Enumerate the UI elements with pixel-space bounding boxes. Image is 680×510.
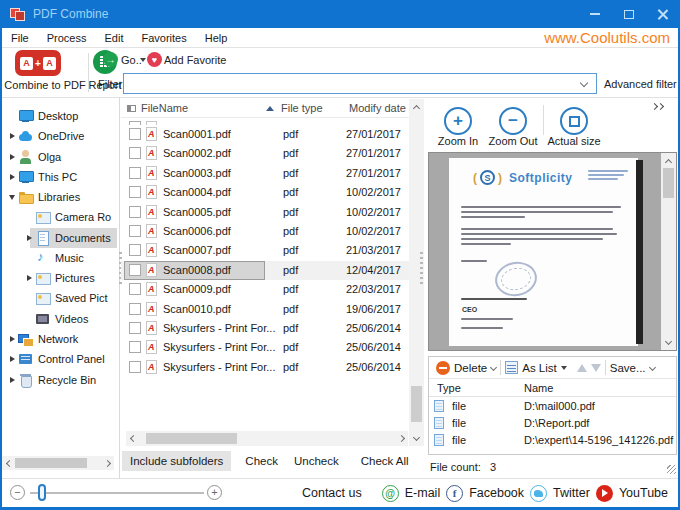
delete-button[interactable]: Delete <box>454 362 487 374</box>
column-filename[interactable]: FileName <box>141 102 188 114</box>
sidebar-item-music[interactable]: Music <box>2 248 119 268</box>
menu-file[interactable]: File <box>2 28 38 48</box>
row-checkbox[interactable] <box>129 264 141 276</box>
youtube-icon[interactable] <box>596 485 613 502</box>
minimize-button[interactable] <box>578 0 612 28</box>
menu-favorites[interactable]: Favorites <box>132 28 195 48</box>
menu-edit[interactable]: Edit <box>95 28 132 48</box>
vertical-scrollbar-thumb[interactable] <box>411 386 422 422</box>
column-name[interactable]: Name <box>524 382 553 394</box>
row-checkbox[interactable] <box>129 186 141 198</box>
include-subfolders-button[interactable]: Include subfolders <box>122 451 231 471</box>
sidebar-scrollbar-thumb[interactable] <box>15 458 87 468</box>
coolutils-link[interactable]: www.Coolutils.com <box>544 28 670 48</box>
output-row[interactable]: fileD:\mail000.pdf <box>429 398 676 415</box>
row-checkbox[interactable] <box>129 244 141 256</box>
contact-us-link[interactable]: Contact us <box>302 486 362 500</box>
column-type[interactable]: Type <box>437 382 461 394</box>
row-checkbox[interactable] <box>129 128 141 140</box>
sidebar-item-pictures[interactable]: Pictures <box>2 268 119 288</box>
email-icon[interactable]: @ <box>382 485 399 502</box>
zoom-out-button[interactable]: − <box>499 107 527 135</box>
horizontal-scrollbar-thumb[interactable] <box>146 433 237 444</box>
zoom-plus-button[interactable]: + <box>207 485 222 500</box>
scroll-right-icon[interactable] <box>394 431 408 445</box>
preview-scrollbar-thumb[interactable] <box>663 168 674 198</box>
expand-icon[interactable] <box>6 154 18 160</box>
file-row[interactable]: Scan0007.pdfpdf21/03/2017 <box>121 241 409 260</box>
email-link[interactable]: E-mail <box>405 486 440 500</box>
expand-icon[interactable] <box>23 235 35 241</box>
expand-icon[interactable] <box>6 133 18 139</box>
move-up-icon[interactable] <box>577 364 587 372</box>
sidebar-item-videos[interactable]: Videos <box>2 309 119 329</box>
sidebar-item-recycle-bin[interactable]: Recycle Bin <box>2 370 119 390</box>
scroll-up-icon[interactable] <box>661 155 675 169</box>
delete-dropdown-icon[interactable] <box>490 364 497 371</box>
sidebar-item-onedrive[interactable]: OneDrive <box>2 126 119 146</box>
pin-icon[interactable] <box>127 105 136 112</box>
as-list-icon[interactable] <box>505 361 518 374</box>
file-row[interactable]: Scan0010.pdfpdf19/06/2017 <box>121 300 409 319</box>
expand-panel-icon[interactable] <box>652 104 663 109</box>
resize-grip[interactable] <box>667 465 676 474</box>
sidebar-item-libraries[interactable]: Libraries <box>2 187 119 207</box>
sidebar-item-desktop[interactable]: Desktop <box>2 106 119 126</box>
add-favorite-button[interactable]: Add Favorite <box>164 54 244 66</box>
row-checkbox[interactable] <box>129 361 141 373</box>
facebook-icon[interactable]: f <box>446 485 463 502</box>
advanced-filter-button[interactable]: Advanced filter <box>604 78 680 90</box>
menu-help[interactable]: Help <box>196 28 237 48</box>
file-row[interactable]: Scan0009.pdfpdf22/03/2017 <box>121 280 409 299</box>
file-row[interactable]: Skysurfers - Print For...pdf25/06/2014 <box>121 319 409 338</box>
filter-input[interactable] <box>123 73 597 94</box>
file-row[interactable]: Scan0001.pdfpdf27/01/2017 <box>121 125 409 144</box>
scroll-down-icon[interactable] <box>409 430 423 444</box>
file-row[interactable]: Scan0003.pdfpdf27/01/2017 <box>121 164 409 183</box>
sidebar-item-camera-roll[interactable]: Camera Ro <box>2 207 119 227</box>
scroll-down-icon[interactable] <box>661 334 675 348</box>
column-modify-date[interactable]: Modify date <box>349 102 406 114</box>
go-icon[interactable]: → <box>103 52 118 67</box>
zoom-slider-thumb[interactable] <box>38 484 46 501</box>
scroll-right-icon[interactable] <box>100 456 114 470</box>
sidebar-item-olga[interactable]: Olga <box>2 147 119 167</box>
menu-process[interactable]: Process <box>38 28 96 48</box>
column-file-type[interactable]: File type <box>281 102 323 114</box>
row-checkbox[interactable] <box>129 225 141 237</box>
row-checkbox[interactable] <box>129 206 141 218</box>
zoom-minus-button[interactable]: − <box>10 485 25 500</box>
collapse-icon[interactable] <box>6 195 18 200</box>
file-row[interactable]: Scan0005.pdfpdf10/02/2017 <box>121 203 409 222</box>
expand-icon[interactable] <box>6 174 18 180</box>
expand-icon[interactable] <box>6 356 18 362</box>
facebook-link[interactable]: Facebook <box>469 486 524 500</box>
sidebar-item-documents[interactable]: Documents <box>2 228 119 248</box>
delete-icon[interactable] <box>436 361 450 375</box>
save-dropdown-icon[interactable] <box>649 364 656 371</box>
row-checkbox[interactable] <box>129 341 141 353</box>
combine-to-pdf-icon[interactable]: A+A <box>15 50 61 76</box>
file-row[interactable]: Scan0004.pdfpdf10/02/2017 <box>121 183 409 202</box>
expand-icon[interactable] <box>6 377 18 383</box>
youtube-link[interactable]: YouTube <box>619 486 668 500</box>
row-checkbox[interactable] <box>129 147 141 159</box>
twitter-icon[interactable] <box>530 485 547 502</box>
sidebar-item-control-panel[interactable]: Control Panel <box>2 349 119 369</box>
preview-splitter[interactable] <box>420 252 423 286</box>
file-row[interactable]: Skysurfers - Print For...pdf25/06/2014 <box>121 338 409 357</box>
as-list-dropdown-icon[interactable] <box>561 366 567 370</box>
row-checkbox[interactable] <box>129 303 141 315</box>
expand-icon[interactable] <box>23 275 35 281</box>
zoom-in-button[interactable]: + <box>444 107 472 135</box>
file-row[interactable]: Scan0006.pdfpdf10/02/2017 <box>121 222 409 241</box>
add-favorite-icon[interactable]: ♥ <box>147 52 162 67</box>
actual-size-button[interactable] <box>560 107 588 135</box>
close-button[interactable] <box>646 0 680 28</box>
uncheck-all-button[interactable]: Unche <box>417 451 424 471</box>
scroll-up-icon[interactable] <box>409 101 423 115</box>
save-button[interactable]: Save... <box>610 362 646 374</box>
check-button[interactable]: Check <box>237 451 286 471</box>
maximize-button[interactable] <box>612 0 646 28</box>
output-row[interactable]: fileD:\Report.pdf <box>429 415 676 432</box>
